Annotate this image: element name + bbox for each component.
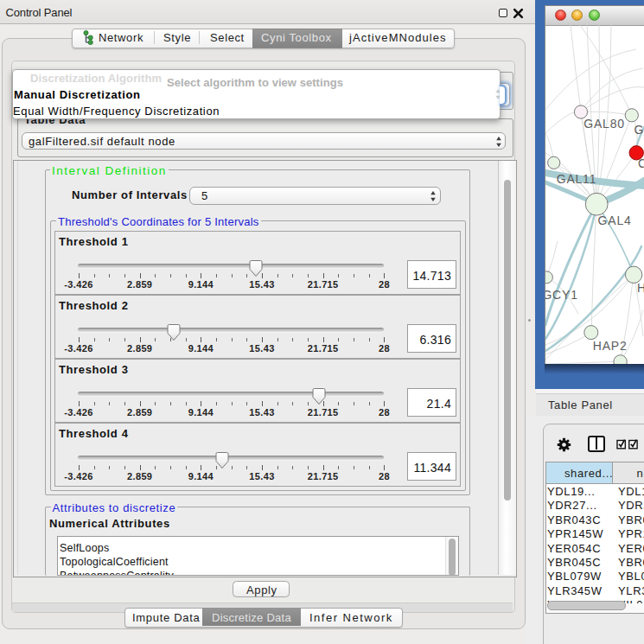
svg-text:CY: CY [638,156,644,170]
svg-text:GAL80: GAL80 [583,117,625,131]
svg-text:GAL4: GAL4 [598,214,632,227]
svg-text:HAP2: HAP2 [593,339,628,353]
svg-text:H: H [637,281,644,295]
svg-text:GCY1: GCY1 [545,288,578,302]
svg-text:GAL11: GAL11 [557,172,597,186]
svg-text:GA: GA [634,123,644,137]
